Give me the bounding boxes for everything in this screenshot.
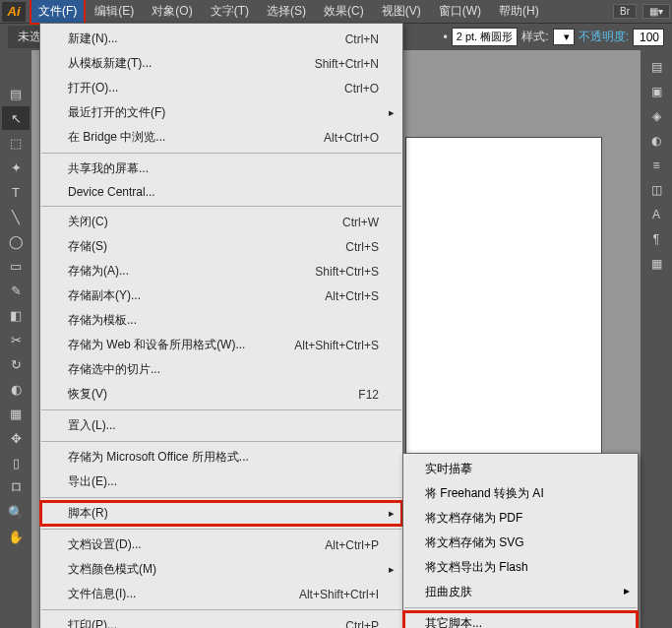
menu-4[interactable]: 选择(S) (258, 0, 315, 23)
panel-button-1[interactable]: ▣ (642, 80, 670, 103)
tool-button-4[interactable]: T (2, 180, 30, 204)
menu-item-label: 存储副本(Y)... (68, 287, 325, 304)
menu-5[interactable]: 效果(C) (315, 0, 373, 23)
panel-button-8[interactable]: ▦ (642, 252, 670, 276)
tool-button-9[interactable]: ◧ (2, 303, 30, 327)
file-menu-item[interactable]: 在 Bridge 中浏览...Alt+Ctrl+O (40, 125, 402, 150)
file-menu-item[interactable]: 最近打开的文件(F) (40, 100, 402, 125)
file-menu-item[interactable]: 打开(O)...Ctrl+O (40, 76, 402, 100)
file-menu-item[interactable]: 存储副本(Y)...Alt+Ctrl+S (40, 283, 402, 308)
menu-item-label: 存储为模板... (68, 312, 379, 329)
style-label: 样式: (521, 29, 548, 45)
tool-button-6[interactable]: ◯ (2, 229, 30, 253)
tool-button-5[interactable]: ╲ (2, 205, 30, 228)
menu-separator (41, 409, 401, 410)
menu-2[interactable]: 对象(O) (143, 0, 201, 23)
panel-button-0[interactable]: ▤ (642, 55, 670, 79)
tool-button-8[interactable]: ✎ (2, 279, 30, 302)
menu-item-label: 在 Bridge 中浏览... (68, 129, 324, 146)
file-menu-item[interactable]: 存储(S)Ctrl+S (40, 234, 402, 259)
menu-8[interactable]: 帮助(H) (490, 0, 548, 23)
file-menu-item[interactable]: 置入(L)... (40, 413, 402, 438)
file-menu-item[interactable]: 恢复(V)F12 (40, 382, 402, 407)
tool-button-0[interactable]: ▤ (2, 82, 30, 105)
menu-shortcut: F12 (358, 388, 379, 402)
menu-7[interactable]: 窗口(W) (430, 0, 490, 23)
file-menu-item[interactable]: 脚本(R) (40, 501, 402, 526)
panel-button-2[interactable]: ◈ (642, 104, 670, 128)
opacity-label: 不透明度: (579, 29, 629, 45)
menu-1[interactable]: 编辑(E) (86, 0, 143, 23)
tool-button-16[interactable]: ロ (2, 475, 30, 499)
other-scripts-item[interactable]: 其它脚本... (403, 611, 638, 628)
file-menu-item[interactable]: 存储为(A)...Shift+Ctrl+S (40, 259, 402, 283)
file-menu-dropdown: 新建(N)...Ctrl+N从模板新建(T)...Shift+Ctrl+N打开(… (39, 23, 403, 628)
stroke-profile-combo[interactable]: 2 pt. 椭圆形 (452, 28, 518, 46)
script-submenu-item[interactable]: 将文档存储为 SVG (403, 531, 638, 555)
file-menu-item[interactable]: 新建(N)...Ctrl+N (40, 27, 402, 51)
top-menubar: Ai 文件(F)编辑(E)对象(O)文字(T)选择(S)效果(C)视图(V)窗口… (0, 0, 672, 23)
menu-item-label: 从模板新建(T)... (68, 55, 315, 72)
file-menu-item[interactable]: 打印(P)...Ctrl+P (40, 613, 402, 628)
script-submenu-item[interactable]: 将文档导出为 Flash (403, 555, 638, 580)
top-chip-0[interactable]: Br (613, 4, 637, 19)
tool-button-10[interactable]: ✂ (2, 328, 30, 351)
file-menu-item[interactable]: 存储选中的切片... (40, 357, 402, 382)
menu-item-label: 文档设置(D)... (68, 536, 325, 553)
tool-button-17[interactable]: 🔍 (2, 500, 30, 524)
menu-6[interactable]: 视图(V) (373, 0, 430, 23)
file-menu-item[interactable]: 存储为模板... (40, 308, 402, 333)
style-combo[interactable]: ▾ (553, 29, 575, 45)
menu-shortcut: Shift+Ctrl+N (315, 57, 379, 71)
menu-item-label: 导出(E)... (68, 473, 379, 490)
file-menu-item[interactable]: 存储为 Microsoft Office 所用格式... (40, 445, 402, 470)
panel-button-5[interactable]: ◫ (642, 178, 670, 202)
file-menu-item[interactable]: Device Central... (40, 181, 402, 203)
file-menu-item[interactable]: 关闭(C)Ctrl+W (40, 210, 402, 234)
tool-button-3[interactable]: ✦ (2, 156, 30, 179)
menu-item-label: 打开(O)... (68, 80, 344, 96)
tool-button-12[interactable]: ◐ (2, 377, 30, 401)
file-menu-item[interactable]: 从模板新建(T)...Shift+Ctrl+N (40, 51, 402, 76)
file-menu-item[interactable]: 共享我的屏幕... (40, 157, 402, 181)
panel-button-6[interactable]: A (642, 203, 670, 226)
app-icon: Ai (2, 2, 26, 22)
panel-button-4[interactable]: ≡ (642, 154, 670, 177)
panel-button-7[interactable]: ¶ (642, 227, 670, 251)
menu-shortcut: Alt+Shift+Ctrl+I (299, 588, 379, 601)
script-submenu-item[interactable]: 扭曲皮肤 (403, 580, 638, 604)
tool-button-13[interactable]: ▦ (2, 402, 30, 425)
stroke-dot: • (444, 31, 448, 44)
menu-shortcut: Ctrl+S (345, 240, 379, 254)
menu-0[interactable]: 文件(F) (30, 0, 86, 25)
tool-button-14[interactable]: ✥ (2, 426, 30, 450)
menu-shortcut: Ctrl+P (345, 619, 379, 629)
tool-button-1[interactable]: ↖ (2, 106, 30, 130)
menu-shortcut: Ctrl+O (344, 82, 379, 95)
file-menu-item[interactable]: 文件信息(I)...Alt+Shift+Ctrl+I (40, 582, 402, 606)
menu-3[interactable]: 文字(T) (202, 0, 258, 23)
tool-button-15[interactable]: ▯ (2, 451, 30, 474)
menu-item-label: 文件信息(I)... (68, 586, 299, 602)
panels-dock: ▤▣◈◐≡◫A¶▦ (641, 50, 672, 628)
menu-item-label: 打印(P)... (68, 617, 345, 628)
menu-item-label: Device Central... (68, 185, 379, 199)
tool-button-11[interactable]: ↻ (2, 352, 30, 376)
tool-button-7[interactable]: ▭ (2, 254, 30, 278)
menu-item-label: 存储为 Web 和设备所用格式(W)... (68, 337, 294, 353)
menu-separator (41, 441, 401, 442)
file-menu-item[interactable]: 导出(E)... (40, 470, 402, 494)
panel-button-3[interactable]: ◐ (642, 129, 670, 153)
file-menu-item[interactable]: 文档设置(D)...Alt+Ctrl+P (40, 533, 402, 557)
menubar-right: Br▦▾ (613, 4, 670, 19)
tool-button-18[interactable]: ✋ (2, 525, 30, 548)
script-submenu-item[interactable]: 将文档存储为 PDF (403, 506, 638, 531)
script-submenu-item[interactable]: 将 Freehand 转换为 AI (403, 481, 638, 506)
top-chip-1[interactable]: ▦▾ (642, 4, 670, 19)
script-submenu-item[interactable]: 实时描摹 (403, 457, 638, 481)
file-menu-item[interactable]: 文档颜色模式(M) (40, 557, 402, 582)
file-menu-item[interactable]: 存储为 Web 和设备所用格式(W)...Alt+Shift+Ctrl+S (40, 333, 402, 357)
tool-button-2[interactable]: ⬚ (2, 131, 30, 155)
menu-separator (41, 153, 401, 154)
opacity-input[interactable]: 100 (633, 29, 664, 46)
